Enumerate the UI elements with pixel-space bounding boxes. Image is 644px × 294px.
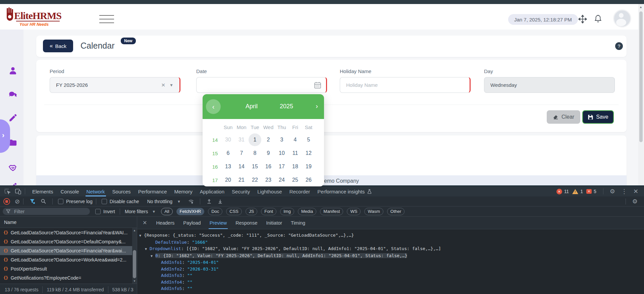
- day-cell[interactable]: 16: [262, 160, 275, 173]
- scroll-up-arrow-icon[interactable]: ▲: [639, 5, 642, 9]
- page-scrollbar-thumb[interactable]: [639, 11, 643, 142]
- request-list-scrollbar[interactable]: ▲ ▼: [132, 228, 137, 284]
- tab-security[interactable]: Security: [228, 186, 254, 196]
- menu-toggle-icon[interactable]: [99, 15, 114, 24]
- tab-performance[interactable]: Performance: [135, 186, 171, 196]
- day-cell[interactable]: 31: [235, 133, 248, 146]
- json-line[interactable]: ▼Dropdownlist: [{ID: "1682", Value: "FY …: [137, 245, 644, 252]
- filter-input[interactable]: [13, 209, 78, 215]
- request-table-header[interactable]: Name: [0, 217, 137, 228]
- user-icon[interactable]: [8, 66, 17, 75]
- request-row[interactable]: {}GetLoadDataSource?DataSource=DefaultCo…: [0, 237, 132, 246]
- search-icon[interactable]: [41, 198, 46, 204]
- throttling-select[interactable]: No throttling ▼: [147, 199, 181, 204]
- network-settings-gear-icon[interactable]: ⚙: [632, 198, 638, 205]
- filter-type-ws[interactable]: WS: [347, 208, 361, 215]
- help-button[interactable]: ?: [615, 42, 623, 50]
- json-line[interactable]: AddInfo2: "2026-03-31": [137, 266, 644, 273]
- detail-tab-payload[interactable]: Payload: [179, 217, 205, 229]
- issues-badge-icon[interactable]: ✕: [586, 189, 592, 194]
- filter-type-all[interactable]: All: [161, 208, 172, 215]
- chat-icon[interactable]: [8, 91, 17, 100]
- app-logo[interactable]: EliteHRMS Your HR Needs: [6, 5, 73, 29]
- request-row[interactable]: {}GetLoadDataSource?DataSource=WorkArea&…: [0, 255, 132, 264]
- filter-type-media[interactable]: Media: [298, 208, 316, 215]
- next-month-button[interactable]: ›: [316, 102, 318, 110]
- period-select[interactable]: FY 2025-2026 ✕ ▼: [50, 77, 180, 93]
- json-line[interactable]: AddInfo3: "": [137, 272, 644, 279]
- day-cell[interactable]: 2: [262, 133, 275, 146]
- page-scrollbar[interactable]: ▲: [638, 4, 644, 186]
- day-cell[interactable]: 3: [275, 133, 288, 146]
- day-cell[interactable]: 15: [248, 160, 262, 173]
- day-cell[interactable]: 23: [262, 173, 275, 186]
- day-cell[interactable]: 10: [275, 146, 288, 160]
- holiday-name-input[interactable]: [340, 82, 468, 88]
- clear-button[interactable]: Clear: [547, 110, 580, 124]
- warning-badge-icon[interactable]: !: [572, 189, 578, 194]
- scroll-up-arrow-icon[interactable]: ▲: [133, 229, 136, 232]
- inspect-element-icon[interactable]: [4, 188, 11, 195]
- json-line[interactable]: AddInfo1: "2025-04-01": [137, 259, 644, 266]
- close-detail-icon[interactable]: ✕: [143, 220, 147, 226]
- invert-label[interactable]: Invert: [103, 209, 115, 214]
- settings-gear-icon[interactable]: ⚙: [610, 188, 615, 195]
- detail-tab-headers[interactable]: Headers: [152, 217, 179, 229]
- tab-console[interactable]: Console: [57, 186, 83, 196]
- day-cell[interactable]: 25: [288, 173, 302, 186]
- day-cell[interactable]: 20: [221, 173, 235, 186]
- detail-tab-response[interactable]: Response: [231, 217, 262, 229]
- day-cell[interactable]: 7: [235, 146, 248, 160]
- edit-icon[interactable]: [8, 113, 17, 122]
- json-line[interactable]: DefaultValue: "1666": [137, 239, 644, 246]
- day-cell[interactable]: 17: [275, 160, 288, 173]
- disable-cache-label[interactable]: Disable cache: [110, 199, 139, 204]
- previous-month-button[interactable]: ‹: [206, 99, 221, 114]
- day-cell[interactable]: 9: [262, 146, 275, 160]
- chevron-down-icon[interactable]: ▼: [169, 83, 173, 87]
- fullscreen-move-icon[interactable]: [578, 15, 587, 23]
- day-cell[interactable]: 12: [302, 146, 315, 160]
- clear-network-log-icon[interactable]: ⊘: [15, 198, 20, 205]
- network-conditions-icon[interactable]: [188, 198, 194, 204]
- tab-memory[interactable]: Memory: [171, 186, 196, 196]
- back-button[interactable]: « Back: [43, 40, 73, 52]
- json-line[interactable]: AddInfo4: "": [137, 279, 644, 286]
- export-har-icon[interactable]: [217, 198, 223, 204]
- user-avatar[interactable]: [613, 9, 631, 27]
- filter-type-js[interactable]: JS: [246, 208, 257, 215]
- tab-network[interactable]: Network: [83, 186, 109, 196]
- day-cell[interactable]: 14: [235, 160, 248, 173]
- disable-cache-checkbox[interactable]: [102, 199, 107, 204]
- filter-type-manifest[interactable]: Manifest: [320, 208, 343, 215]
- close-devtools-icon[interactable]: ✕: [633, 188, 638, 195]
- scroll-down-arrow-icon[interactable]: ▼: [133, 280, 136, 283]
- filter-type-fetchxhr[interactable]: Fetch/XHR: [176, 208, 205, 215]
- calendar-icon[interactable]: [314, 81, 321, 89]
- filter-type-wasm[interactable]: Wasm: [364, 208, 383, 215]
- day-cell[interactable]: 26: [302, 173, 315, 186]
- kebab-menu-icon[interactable]: ⋮: [621, 188, 627, 195]
- day-cell[interactable]: 6: [221, 146, 235, 160]
- day-cell[interactable]: 13: [221, 160, 235, 173]
- day-cell[interactable]: 8: [248, 146, 262, 160]
- day-cell[interactable]: 11: [288, 146, 302, 160]
- filter-type-font[interactable]: Font: [261, 208, 276, 215]
- chevron-right-icon[interactable]: ›: [2, 131, 4, 140]
- preserve-log-label[interactable]: Preserve log: [66, 199, 93, 204]
- detail-tab-preview[interactable]: Preview: [205, 217, 231, 229]
- json-line[interactable]: AddInfo5: "": [137, 285, 644, 292]
- notifications-bell-icon[interactable]: [594, 14, 602, 23]
- year-selector[interactable]: 2025: [276, 103, 297, 110]
- filter-type-img[interactable]: Img: [280, 208, 294, 215]
- day-cell[interactable]: 30: [221, 133, 235, 146]
- request-row[interactable]: {}GetNotifications?EmployeeCode=: [0, 273, 132, 282]
- day-cell[interactable]: 18: [288, 160, 302, 173]
- month-selector[interactable]: April: [231, 103, 272, 110]
- json-line[interactable]: ▼{Response: {_status: "Success", _code: …: [137, 232, 644, 239]
- detail-tab-initiator[interactable]: Initiator: [262, 217, 287, 229]
- disclosure-triangle-icon[interactable]: ▼: [151, 253, 155, 259]
- more-filters-button[interactable]: More filters ▼: [125, 209, 156, 214]
- request-row[interactable]: {}GetLoadDataSource?DataSource=Financial…: [0, 246, 132, 255]
- handshake-icon[interactable]: [8, 163, 17, 172]
